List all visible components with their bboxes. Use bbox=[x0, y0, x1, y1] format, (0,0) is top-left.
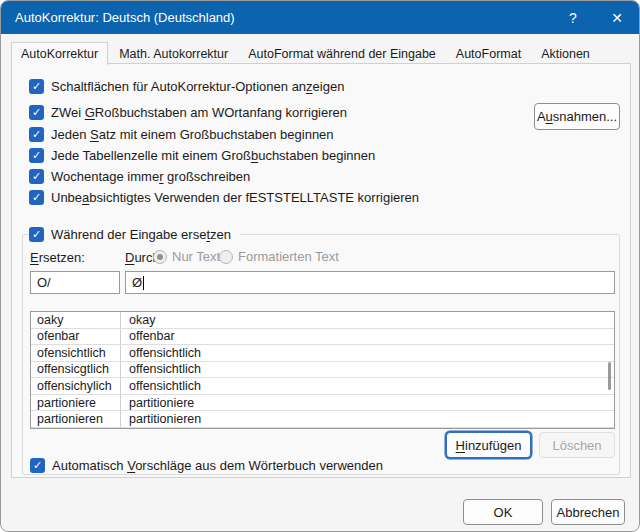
replacement-row[interactable]: partionierepartitioniere bbox=[31, 395, 614, 412]
radio-selected-icon bbox=[153, 250, 167, 264]
replace-group: ✓ Während der Eingabe ersetzen Ersetzen:… bbox=[22, 234, 620, 475]
checkbox-checked-icon: ✓ bbox=[29, 105, 44, 120]
option-label: Unbeabsichtigtes Verwenden der fESTSTELL… bbox=[51, 190, 419, 205]
ok-button[interactable]: OK bbox=[463, 499, 543, 525]
tab-autoformat[interactable]: AutoFormat bbox=[447, 44, 530, 64]
replace-input[interactable]: O/ bbox=[30, 271, 120, 294]
option-capitalize-sentence[interactable]: ✓ Jeden Satz mit einem Großbuchstaben be… bbox=[29, 126, 334, 142]
checkbox-checked-icon: ✓ bbox=[29, 127, 44, 142]
replacement-row[interactable]: partionierenpartitionieren bbox=[31, 411, 614, 428]
option-label: Wochentage immer großschreiben bbox=[51, 169, 250, 184]
close-icon: ✕ bbox=[611, 10, 623, 26]
replacement-row[interactable]: ofensichtlichoffensichtlich bbox=[31, 345, 614, 362]
replacements-list[interactable]: oakyokay ofenbaroffenbar ofensichtlichof… bbox=[30, 311, 615, 429]
option-capitalize-table-cell[interactable]: ✓ Jede Tabellenzelle mit einem Großbuchs… bbox=[29, 147, 375, 163]
radio-unselected-icon bbox=[219, 250, 233, 264]
replacement-row[interactable]: offensichylichoffensichtlich bbox=[31, 378, 614, 395]
option-two-initial-capitals[interactable]: ✓ ZWei GRoßbuchstaben am WOrtanfang korr… bbox=[29, 104, 347, 120]
delete-button[interactable]: Löschen bbox=[539, 432, 615, 458]
option-label: Automatisch Vorschläge aus dem Wörterbuc… bbox=[52, 458, 383, 473]
option-correct-caps-lock[interactable]: ✓ Unbeabsichtigtes Verwenden der fESTSTE… bbox=[29, 189, 419, 205]
checkbox-checked-icon: ✓ bbox=[30, 458, 45, 473]
option-show-autocorrect-buttons[interactable]: ✓ Schaltflächen für AutoKorrektur-Option… bbox=[29, 78, 344, 94]
checkbox-checked-icon: ✓ bbox=[29, 148, 44, 163]
option-capitalize-weekdays[interactable]: ✓ Wochentage immer großschreiben bbox=[29, 168, 250, 184]
cancel-button[interactable]: Abbrechen bbox=[551, 499, 625, 525]
checkbox-checked-icon: ✓ bbox=[29, 79, 44, 94]
tab-autokorrektur[interactable]: AutoKorrektur bbox=[11, 42, 108, 65]
tab-autoformat-eingabe[interactable]: AutoFormat während der Eingabe bbox=[239, 44, 445, 64]
option-label: Jeden Satz mit einem Großbuchstaben begi… bbox=[51, 127, 334, 142]
radio-formatted-text: Formatierten Text bbox=[219, 249, 339, 264]
option-replace-as-you-type[interactable]: ✓ Während der Eingabe ersetzen bbox=[29, 226, 240, 243]
replace-label: Ersetzen: bbox=[30, 250, 85, 265]
titlebar: AutoKorrektur: Deutsch (Deutschland) ? ✕ bbox=[1, 1, 639, 34]
option-label: Schaltflächen für AutoKorrektur-Optionen… bbox=[51, 79, 344, 94]
replacement-row[interactable]: oakyokay bbox=[31, 312, 614, 329]
help-button[interactable]: ? bbox=[551, 1, 595, 34]
add-button[interactable]: Hinzufügen bbox=[446, 432, 531, 458]
replacement-row[interactable]: ofenbaroffenbar bbox=[31, 329, 614, 346]
tab-strip: AutoKorrektur Math. Autokorrektur AutoFo… bbox=[11, 42, 601, 64]
window-title: AutoKorrektur: Deutsch (Deutschland) bbox=[15, 10, 235, 25]
scrollbar-thumb[interactable] bbox=[608, 362, 611, 390]
checkbox-checked-icon: ✓ bbox=[29, 190, 44, 205]
help-icon: ? bbox=[569, 10, 577, 26]
autocorrect-dialog: AutoKorrektur: Deutsch (Deutschland) ? ✕… bbox=[0, 0, 640, 532]
with-input[interactable]: Ø bbox=[125, 271, 615, 294]
tab-math-autokorrektur[interactable]: Math. Autokorrektur bbox=[110, 44, 237, 64]
radio-plain-text: Nur Text bbox=[153, 249, 220, 264]
option-auto-suggest-dictionary[interactable]: ✓ Automatisch Vorschläge aus dem Wörterb… bbox=[30, 457, 383, 473]
text-caret bbox=[143, 276, 144, 290]
option-label: Jede Tabellenzelle mit einem Großbuchsta… bbox=[51, 148, 375, 163]
close-button[interactable]: ✕ bbox=[595, 1, 639, 34]
option-label: Während der Eingabe ersetzen bbox=[51, 227, 231, 242]
checkbox-checked-icon: ✓ bbox=[29, 227, 44, 242]
option-label: ZWei GRoßbuchstaben am WOrtanfang korrig… bbox=[51, 105, 347, 120]
replacement-row[interactable]: offensicgtlichoffensichtlich bbox=[31, 362, 614, 379]
checkbox-checked-icon: ✓ bbox=[29, 169, 44, 184]
tab-page-autokorrektur: ✓ Schaltflächen für AutoKorrektur-Option… bbox=[11, 63, 631, 478]
tab-aktionen[interactable]: Aktionen bbox=[532, 44, 599, 64]
exceptions-button[interactable]: Ausnahmen... bbox=[534, 103, 620, 130]
